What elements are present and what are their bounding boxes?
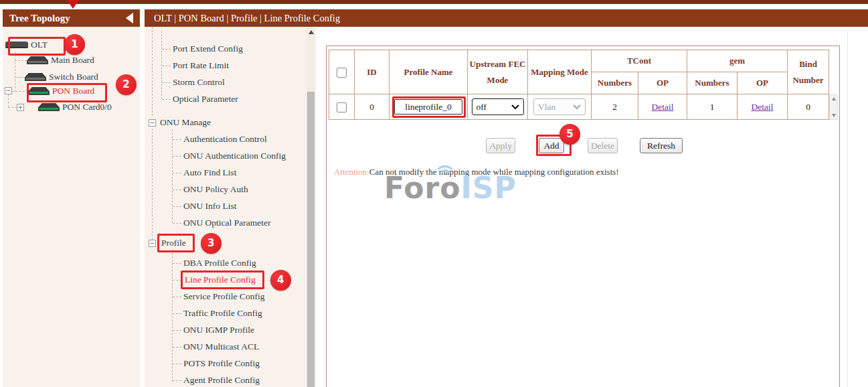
nav-label-agent-profile-config[interactable]: Agent Profile Config <box>183 375 260 386</box>
tree-connector <box>15 52 15 92</box>
mapping-mode-select-disabled[interactable]: Vlan <box>533 98 586 115</box>
scroll-down-icon[interactable] <box>832 114 836 117</box>
nav-label-optical-parameter[interactable]: Optical Parameter <box>173 94 238 104</box>
nav-connector <box>173 262 181 264</box>
tree-topology-title: Tree Topology <box>9 13 70 24</box>
expander-plus-icon[interactable]: + <box>17 104 24 111</box>
main-content: ID Profile Name Upstream FEC Mode Mappin… <box>316 27 868 387</box>
row-gem-op-cell: Detail <box>737 94 788 120</box>
nav-label-traffic-profile-config[interactable]: Traffic Profile Config <box>183 308 262 319</box>
nav-label-auto-find-list[interactable]: Auto Find List <box>183 167 237 178</box>
nav-label-service-profile-config[interactable]: Service Profile Config <box>183 291 264 302</box>
nav-label-storm-control[interactable]: Storm Control <box>173 77 225 88</box>
col-header-id: ID <box>355 50 389 94</box>
panel-collapse-icon[interactable] <box>126 13 133 23</box>
tree-connector <box>12 91 28 92</box>
nav-scrollbar[interactable] <box>307 27 315 387</box>
col-header-upstream-fec: Upstream FEC Mode <box>468 50 528 94</box>
tree-node-olt[interactable]: OLT <box>5 38 48 52</box>
nav-tree-panel: Port ConfigPort Extend ConfigPort Rate L… <box>145 27 316 387</box>
expander-minus-icon[interactable]: − <box>5 87 12 94</box>
refresh-button[interactable]: Refresh <box>640 138 683 153</box>
nav-label-pots-profile-config[interactable]: POTS Profile Config <box>183 358 260 369</box>
tree-node-main-board[interactable]: Main Board <box>27 54 94 67</box>
scrollbar-thumb[interactable] <box>307 92 315 387</box>
col-header-tcont-numbers: Numbers <box>592 72 638 94</box>
annotation-badge-3: 3 <box>201 233 222 254</box>
col-group-tcont: TCont <box>592 50 687 72</box>
tree-node-label: PON Board <box>52 86 94 96</box>
nav-item-onu-optical-parameter: ONU Optical Parameter <box>173 216 270 230</box>
col-header-bind-number: Bind Number <box>788 50 829 94</box>
nav-connector <box>173 329 181 331</box>
expander-minus-icon[interactable]: − <box>149 119 156 127</box>
nav-item-optical-parameter: Optical Parameter <box>162 92 238 106</box>
nav-connector <box>173 155 181 157</box>
annotation-badge-2: 2 <box>116 74 137 95</box>
delete-button[interactable]: Delete <box>588 138 618 153</box>
nav-label-onu-multicast-acl[interactable]: ONU Multicast ACL <box>183 341 259 352</box>
nav-label-port-rate-limit[interactable]: Port Rate Limit <box>173 60 229 71</box>
pon-board-device-icon <box>28 87 50 95</box>
nav-label-onu-manage[interactable]: ONU Manage <box>160 117 211 128</box>
nav-connector <box>173 363 181 364</box>
nav-connector <box>173 380 181 381</box>
row-scrollbar[interactable] <box>829 94 838 120</box>
nav-label-onu-optical-parameter[interactable]: ONU Optical Parameter <box>183 218 270 228</box>
select-all-checkbox[interactable] <box>337 68 347 78</box>
col-header-tcont-op: OP <box>638 72 687 94</box>
nav-item-onu-igmp-profile: ONU IGMP Profile <box>173 323 254 337</box>
nav-label-onu-info-list[interactable]: ONU Info List <box>183 201 237 212</box>
col-group-gem: gem <box>687 50 788 72</box>
nav-label-profile[interactable]: Profile <box>157 234 195 252</box>
nav-connector <box>162 65 171 66</box>
scroll-up-button[interactable] <box>307 27 315 37</box>
nav-label-onu-igmp-profile[interactable]: ONU IGMP Profile <box>183 325 254 335</box>
nav-connector <box>152 27 153 116</box>
nav-item-line-profile-config: Line Profile Config4 <box>173 273 291 287</box>
apply-button[interactable]: Apply <box>486 138 515 153</box>
nav-connector <box>173 172 181 173</box>
row-profile-name-cell: lineprofile_0 <box>389 94 468 120</box>
tree-node-switch-board[interactable]: Switch Board <box>25 70 98 84</box>
line-profile-table: ID Profile Name Upstream FEC Mode Mappin… <box>329 50 829 120</box>
tree-topology-body: OLT Main Board Switch Board − PON Board … <box>3 27 140 387</box>
breadcrumb: OLT | PON Board | Profile | Line Profile… <box>154 13 340 24</box>
nav-item-traffic-profile-config: Traffic Profile Config <box>173 307 262 320</box>
page-edge-line <box>847 31 848 387</box>
tree-node-pon-board[interactable]: PON Board <box>28 84 94 98</box>
gem-detail-link[interactable]: Detail <box>752 102 774 112</box>
nav-label-line-profile-config[interactable]: Line Profile Config <box>181 270 264 289</box>
tree-node-label: PON Card0/0 <box>62 102 112 112</box>
expander-minus-icon[interactable]: − <box>149 240 156 247</box>
nav-label-port-extend-config[interactable]: Port Extend Config <box>173 44 243 54</box>
tcont-detail-link[interactable]: Detail <box>652 102 674 112</box>
nav-connector <box>173 346 181 347</box>
nav-item-auto-find-list: Auto Find List <box>173 166 237 179</box>
pon-card-device-icon <box>38 103 60 111</box>
scroll-up-icon[interactable] <box>832 97 836 100</box>
annotation-badge-4: 4 <box>270 270 291 291</box>
tree-topology-panel: Tree Topology OLT Main Board Switch Boar… <box>3 9 140 387</box>
tree-topology-header: Tree Topology <box>3 9 140 27</box>
nav-label-onu-policy-auth[interactable]: ONU Policy Auth <box>183 184 248 195</box>
upstream-fec-select[interactable]: off <box>472 98 524 115</box>
table-row: 0 lineprofile_0 off Vlan <box>329 94 829 120</box>
add-button[interactable]: Add <box>539 138 564 153</box>
nav-connector <box>173 139 181 140</box>
nav-connector <box>152 129 153 240</box>
row-bind-number: 0 <box>788 94 829 120</box>
profile-name-input[interactable]: lineprofile_0 <box>394 99 462 114</box>
nav-connector <box>173 206 181 207</box>
chevron-down-icon <box>573 104 581 110</box>
top-bar <box>0 0 868 4</box>
nav-label-onu-authentication-config[interactable]: ONU Authentication Config <box>183 151 286 161</box>
tree-node-pon-card[interactable]: PON Card0/0 <box>38 100 112 114</box>
nav-label-authentication-control[interactable]: Authentication Control <box>183 134 267 145</box>
row-select-cell <box>329 94 355 120</box>
watermark-wifi-icon <box>438 169 452 183</box>
nav-label-dba-profile-config[interactable]: DBA Profile Config <box>183 258 256 268</box>
nav-item-pots-profile-config: POTS Profile Config <box>173 357 260 370</box>
chevron-down-icon <box>511 104 519 110</box>
row-checkbox[interactable] <box>337 102 347 112</box>
